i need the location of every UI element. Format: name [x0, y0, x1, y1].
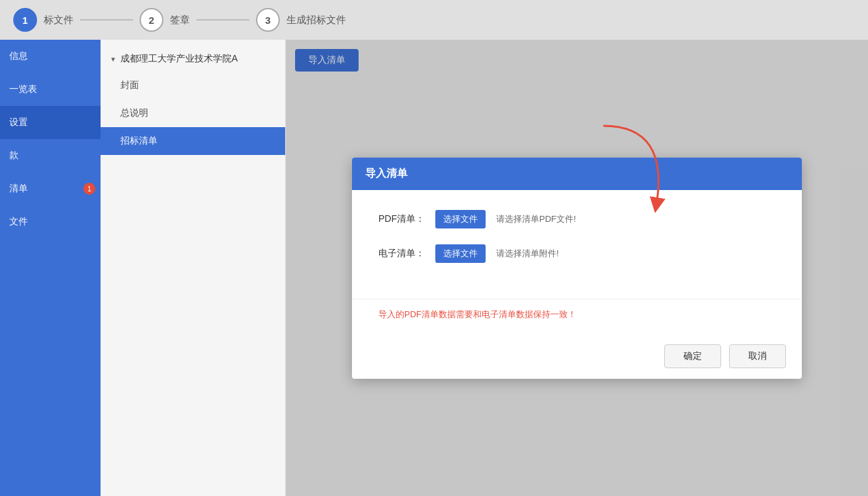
- tree-item-bidding-list-label: 招标清单: [120, 135, 157, 146]
- sidebar: 信息 一览表 设置 款 清单 1 文件: [0, 40, 101, 496]
- sidebar-item-checklist[interactable]: 清单 1: [0, 172, 101, 205]
- step-1[interactable]: 1 标文件: [13, 8, 73, 32]
- modal-footer: 确定 取消: [352, 334, 802, 379]
- step-line-2: [196, 19, 249, 21]
- cancel-button[interactable]: 取消: [729, 344, 786, 368]
- tree-item-bidding-list[interactable]: 招标清单: [101, 127, 285, 155]
- sidebar-item-list-label: 一览表: [9, 83, 37, 94]
- step-3-label: 生成招标文件: [286, 14, 346, 26]
- sidebar-item-info-label: 信息: [9, 50, 28, 61]
- tree-header: ▼ 成都理工大学产业技术学院A: [101, 46, 285, 72]
- step-2[interactable]: 2 签章: [140, 8, 190, 32]
- tree-item-summary[interactable]: 总说明: [101, 99, 285, 127]
- warning-text: 导入的PDF清单数据需要和电子清单数据保持一致！: [378, 309, 576, 319]
- step-1-label: 标文件: [44, 14, 73, 26]
- sidebar-item-payment-label: 款: [9, 150, 19, 160]
- modal-body: PDF清单： 选择文件 请选择清单PDF文件! 电子清单： 选择文件 请选择清单…: [352, 190, 802, 299]
- content-area: 导入清单 导入清单 PDF清单： 选择文件 请选择清单PDF文件! 电子清单： …: [286, 40, 868, 496]
- pdf-hint: 请选择清单PDF文件!: [496, 213, 576, 225]
- modal-dialog: 导入清单 PDF清单： 选择文件 请选择清单PDF文件! 电子清单： 选择文件 …: [352, 158, 802, 379]
- step-1-circle: 1: [13, 8, 37, 32]
- sidebar-item-checklist-label: 清单: [9, 183, 28, 193]
- confirm-button[interactable]: 确定: [664, 344, 721, 368]
- step-2-circle: 2: [140, 8, 163, 32]
- tree-item-cover[interactable]: 封面: [101, 72, 285, 99]
- pdf-label: PDF清单：: [378, 213, 425, 225]
- sidebar-item-files-label: 文件: [9, 216, 28, 226]
- tree-item-cover-label: 封面: [120, 79, 139, 90]
- sidebar-item-settings[interactable]: 设置: [0, 106, 101, 139]
- sidebar-item-payment[interactable]: 款: [0, 139, 101, 172]
- electronic-row: 电子清单： 选择文件 请选择清单附件!: [378, 244, 775, 263]
- tree-header-label: 成都理工大学产业技术学院A: [120, 53, 238, 65]
- modal-title: 导入清单: [365, 168, 408, 179]
- step-3[interactable]: 3 生成招标文件: [256, 8, 346, 32]
- main-layout: 信息 一览表 设置 款 清单 1 文件 ▼ 成都理工大学产业技术学院A 封面 总…: [0, 40, 868, 496]
- electronic-choose-button[interactable]: 选择文件: [435, 244, 486, 263]
- modal-overlay: 导入清单 PDF清单： 选择文件 请选择清单PDF文件! 电子清单： 选择文件 …: [286, 40, 868, 496]
- electronic-label: 电子清单：: [378, 248, 425, 260]
- step-2-label: 签章: [170, 14, 190, 26]
- electronic-hint: 请选择清单附件!: [496, 248, 559, 260]
- tree-item-summary-label: 总说明: [120, 107, 148, 118]
- tree-collapse-icon[interactable]: ▼: [110, 56, 116, 63]
- step-line-1: [80, 19, 133, 21]
- sidebar-item-files[interactable]: 文件: [0, 205, 101, 238]
- sidebar-badge-checklist: 1: [83, 183, 95, 195]
- pdf-row: PDF清单： 选择文件 请选择清单PDF文件!: [378, 210, 775, 228]
- pdf-choose-button[interactable]: 选择文件: [435, 210, 486, 228]
- modal-header: 导入清单: [352, 158, 802, 190]
- tree-menu: ▼ 成都理工大学产业技术学院A 封面 总说明 招标清单: [101, 40, 286, 496]
- sidebar-item-list[interactable]: 一览表: [0, 73, 101, 106]
- stepper-bar: 1 标文件 2 签章 3 生成招标文件: [0, 0, 868, 40]
- modal-warning: 导入的PDF清单数据需要和电子清单数据保持一致！: [352, 299, 802, 334]
- sidebar-item-info[interactable]: 信息: [0, 40, 101, 73]
- sidebar-item-settings-label: 设置: [9, 117, 28, 127]
- step-3-circle: 3: [256, 8, 280, 32]
